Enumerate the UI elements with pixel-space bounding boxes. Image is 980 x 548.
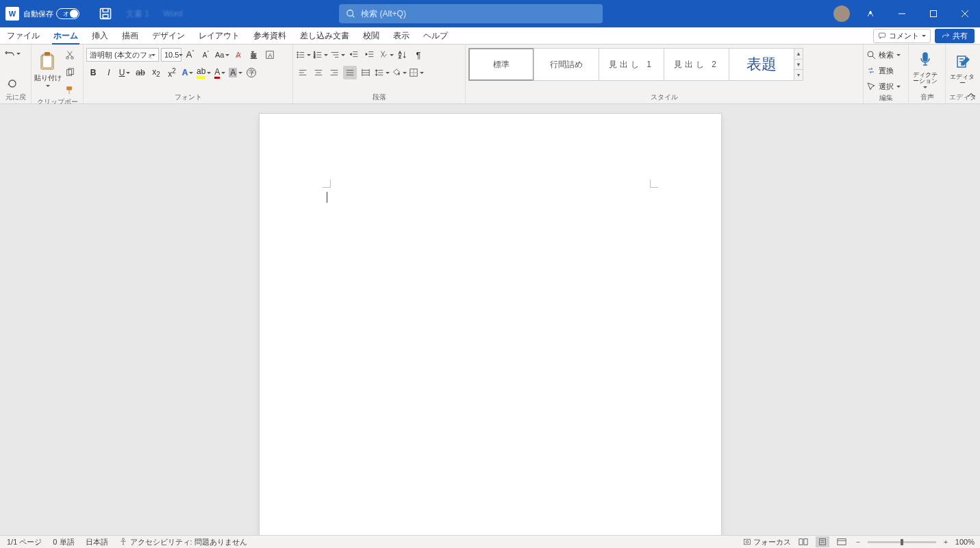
style-normal[interactable]: 標準 bbox=[468, 48, 534, 81]
show-marks-button[interactable]: ¶ bbox=[412, 48, 425, 62]
tab-view[interactable]: 表示 bbox=[386, 27, 416, 44]
enclose-char-button[interactable]: 字 bbox=[244, 66, 258, 79]
tab-file[interactable]: ファイル bbox=[0, 27, 47, 44]
cut-button[interactable] bbox=[63, 48, 77, 62]
editor-button[interactable]: エディター bbox=[948, 47, 976, 90]
char-border-button[interactable]: A bbox=[263, 48, 277, 62]
expand-gallery-icon[interactable]: ▾ bbox=[794, 70, 803, 80]
increase-font-button[interactable]: A˄ bbox=[184, 48, 197, 62]
document-page[interactable] bbox=[260, 114, 721, 535]
phonetic-guide-button[interactable]: ア亜 bbox=[247, 48, 261, 62]
font-color-button[interactable]: A bbox=[213, 66, 227, 79]
copy-button[interactable] bbox=[63, 66, 77, 79]
align-center-button[interactable] bbox=[312, 66, 325, 79]
web-layout-button[interactable] bbox=[835, 536, 849, 547]
font-name-combo[interactable]: 游明朝 (本文のフォント bbox=[86, 48, 159, 62]
numbering-button[interactable]: 123 bbox=[313, 48, 328, 62]
style-gallery[interactable]: 標準 行間詰め 見出し 1 見出し 2 表題 ▲ ▼ ▾ bbox=[468, 48, 803, 81]
scroll-up-icon[interactable]: ▲ bbox=[794, 49, 803, 60]
scroll-down-icon[interactable]: ▼ bbox=[794, 60, 803, 71]
print-layout-button[interactable] bbox=[816, 536, 829, 547]
undo-button[interactable] bbox=[4, 47, 21, 60]
zoom-thumb[interactable] bbox=[901, 539, 903, 545]
redo-button[interactable] bbox=[5, 77, 19, 90]
find-button[interactable]: 検索 bbox=[866, 48, 901, 62]
sort-button[interactable]: AZ bbox=[396, 48, 410, 62]
tab-review[interactable]: 校閲 bbox=[356, 27, 386, 44]
subscript-button[interactable]: x2 bbox=[149, 66, 163, 79]
accessibility-status[interactable]: アクセシビリティ: 問題ありません bbox=[119, 537, 247, 547]
maximize-button[interactable] bbox=[918, 0, 948, 27]
style-heading1[interactable]: 見出し 1 bbox=[599, 48, 664, 81]
page-count[interactable]: 1/1 ページ bbox=[7, 537, 42, 547]
comments-button[interactable]: コメント bbox=[873, 29, 931, 43]
style-label: 見出し 1 bbox=[609, 59, 654, 71]
autosave-toggle[interactable]: 自動保存 オフ bbox=[23, 8, 95, 19]
tab-home[interactable]: ホーム bbox=[47, 27, 85, 44]
char-shading-button[interactable]: A bbox=[229, 66, 242, 79]
search-box[interactable]: 検索 (Alt+Q) bbox=[339, 4, 603, 23]
tab-help[interactable]: ヘルプ bbox=[416, 27, 455, 44]
tab-mailings[interactable]: 差し込み文書 bbox=[293, 27, 356, 44]
minimize-button[interactable] bbox=[887, 0, 917, 27]
strike-button[interactable]: ab bbox=[134, 66, 147, 79]
save-icon[interactable] bbox=[99, 7, 112, 21]
tab-layout[interactable]: レイアウト bbox=[192, 27, 247, 44]
shading-button[interactable] bbox=[392, 66, 407, 79]
ribbon-display-icon[interactable] bbox=[855, 0, 885, 27]
paste-button[interactable]: 貼り付け bbox=[34, 47, 62, 90]
search-icon bbox=[346, 9, 355, 18]
decrease-indent-button[interactable] bbox=[347, 48, 361, 62]
underline-button[interactable]: U bbox=[118, 66, 131, 79]
bullets-button[interactable] bbox=[296, 48, 311, 62]
select-button[interactable]: 選択 bbox=[866, 79, 901, 93]
decrease-font-button[interactable]: A˅ bbox=[199, 48, 213, 62]
style-title[interactable]: 表題 bbox=[729, 48, 794, 81]
language[interactable]: 日本語 bbox=[86, 537, 108, 547]
close-button[interactable] bbox=[950, 0, 980, 27]
zoom-level[interactable]: 100% bbox=[955, 538, 975, 546]
highlight-button[interactable]: ab bbox=[197, 66, 211, 79]
line-spacing-button[interactable] bbox=[375, 66, 390, 79]
font-size-combo[interactable]: 10.5 bbox=[161, 48, 181, 62]
dictation-button[interactable]: ディクテーション bbox=[912, 47, 939, 90]
focus-mode-button[interactable]: フォーカス bbox=[743, 537, 791, 547]
text-effects-button[interactable]: A bbox=[181, 66, 194, 79]
multilevel-button[interactable] bbox=[330, 48, 345, 62]
read-mode-button[interactable] bbox=[796, 536, 810, 547]
zoom-in-button[interactable]: + bbox=[942, 538, 950, 546]
tab-design[interactable]: デザイン bbox=[145, 27, 192, 44]
share-button[interactable]: 共有 bbox=[935, 29, 975, 43]
autosave-label: 自動保存 bbox=[23, 9, 53, 19]
tab-draw[interactable]: 描画 bbox=[115, 27, 145, 44]
style-nospacing[interactable]: 行間詰め bbox=[533, 48, 599, 81]
tab-references[interactable]: 参考資料 bbox=[247, 27, 293, 44]
zoom-out-button[interactable]: − bbox=[854, 538, 862, 546]
format-painter-button[interactable] bbox=[63, 84, 77, 97]
italic-button[interactable]: I bbox=[102, 66, 116, 79]
bold-button[interactable]: B bbox=[86, 66, 100, 79]
svg-rect-28 bbox=[744, 539, 750, 545]
group-editing-label: 編集 bbox=[866, 93, 905, 103]
document-canvas[interactable] bbox=[0, 104, 980, 535]
align-left-button[interactable] bbox=[296, 66, 310, 79]
style-heading2[interactable]: 見出し 2 bbox=[664, 48, 729, 81]
justify-button[interactable] bbox=[343, 66, 357, 79]
borders-button[interactable] bbox=[409, 66, 424, 79]
zoom-slider[interactable] bbox=[868, 541, 936, 543]
style-gallery-scroll[interactable]: ▲ ▼ ▾ bbox=[794, 48, 803, 81]
collapse-ribbon-button[interactable] bbox=[966, 91, 976, 101]
increase-indent-button[interactable] bbox=[363, 48, 377, 62]
word-count[interactable]: 0 単語 bbox=[53, 537, 74, 547]
change-case-button[interactable]: Aa bbox=[215, 48, 229, 62]
replace-button[interactable]: 置換 bbox=[866, 64, 894, 77]
distributed-button[interactable] bbox=[359, 66, 373, 79]
clear-format-button[interactable]: A̷ bbox=[231, 48, 245, 62]
avatar[interactable] bbox=[833, 5, 850, 22]
tab-insert[interactable]: 挿入 bbox=[85, 27, 115, 44]
doc-name: 文書 1 bbox=[126, 8, 149, 20]
superscript-button[interactable]: x2 bbox=[165, 66, 179, 79]
group-undo-label: 元に戻す bbox=[3, 92, 28, 103]
asian-layout-button[interactable] bbox=[379, 48, 394, 62]
align-right-button[interactable] bbox=[327, 66, 341, 79]
